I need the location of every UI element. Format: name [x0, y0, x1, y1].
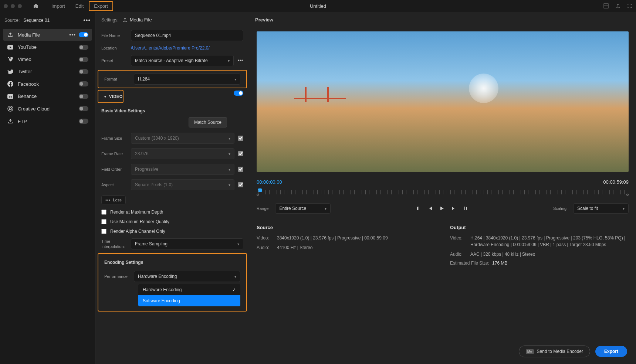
- media-file-settings-icon: [122, 17, 128, 23]
- performance-label: Performance: [104, 274, 134, 279]
- home-icon[interactable]: [33, 3, 39, 9]
- field-order-select[interactable]: Progressive: [131, 164, 234, 175]
- zoom-dot[interactable]: [18, 4, 22, 8]
- max-quality-label: Use Maximum Render Quality: [110, 219, 169, 224]
- play-icon[interactable]: [439, 206, 444, 211]
- aspect-lock-checkbox[interactable]: [238, 182, 243, 187]
- preset-options-icon[interactable]: •••: [237, 58, 243, 63]
- src-audio-info: 44100 Hz | Stereo: [277, 244, 435, 251]
- preview-video-frame[interactable]: [257, 31, 629, 172]
- svg-point-6: [8, 106, 13, 111]
- out-point-handle[interactable]: [626, 194, 629, 196]
- timeline-scrubber[interactable]: [257, 188, 629, 196]
- timecode-current[interactable]: 00:00:00:00: [257, 179, 282, 185]
- performance-dropdown[interactable]: Hardware Encoding✓ Software Encoding: [138, 284, 240, 306]
- svg-rect-0: [604, 4, 608, 8]
- tab-import[interactable]: Import: [46, 1, 70, 11]
- send-to-encoder-button[interactable]: MeSend to Media Encoder: [519, 346, 590, 357]
- destination-toggle[interactable]: [79, 81, 88, 86]
- alpha-only-checkbox[interactable]: [101, 229, 106, 234]
- max-depth-checkbox[interactable]: [101, 210, 106, 215]
- vimeo-icon: [7, 57, 14, 62]
- destination-behance[interactable]: BēBehance: [3, 91, 92, 102]
- share-icon[interactable]: [615, 3, 620, 9]
- destination-creative-cloud[interactable]: Creative Cloud: [3, 103, 92, 115]
- settings-target: Media File: [130, 17, 152, 23]
- media-encoder-icon: Me: [526, 349, 534, 354]
- performance-option-software[interactable]: Software Encoding: [138, 295, 240, 306]
- close-dot[interactable]: [4, 4, 8, 8]
- time-interpolation-select[interactable]: Frame Sampling: [131, 238, 243, 249]
- range-select[interactable]: Entire Source: [275, 203, 331, 214]
- est-size-label: Estimated File Size:: [450, 261, 489, 266]
- youtube-icon: [7, 45, 14, 50]
- destination-vimeo[interactable]: Vimeo: [3, 54, 92, 65]
- max-quality-checkbox[interactable]: [101, 219, 106, 224]
- destination-toggle[interactable]: [79, 94, 88, 99]
- source-label: Source:: [4, 18, 20, 23]
- frame-rate-lock-checkbox[interactable]: [238, 151, 243, 156]
- destination-youtube[interactable]: YouTube: [3, 41, 92, 53]
- destination-toggle[interactable]: [79, 57, 88, 62]
- mark-in-icon[interactable]: [416, 206, 421, 211]
- minimize-dot[interactable]: [11, 4, 15, 8]
- range-label: Range: [257, 206, 268, 211]
- behance-icon: Bē: [7, 94, 14, 99]
- destination-twitter[interactable]: Twitter: [3, 66, 92, 77]
- field-order-label: Field Order: [101, 167, 131, 171]
- settings-label: Settings:: [101, 17, 119, 23]
- performance-select[interactable]: Hardware Encoding: [134, 271, 240, 282]
- destination-label: Creative Cloud: [18, 106, 79, 112]
- destination-media-file[interactable]: Media File•••: [3, 29, 92, 41]
- frame-size-lock-checkbox[interactable]: [238, 136, 243, 141]
- frame-size-select[interactable]: Custom (3840 x 1920): [131, 133, 234, 144]
- video-section-header[interactable]: ▾ VIDEO: [98, 91, 123, 102]
- video-section-title: VIDEO: [109, 94, 123, 99]
- less-button[interactable]: •••Less: [101, 195, 126, 204]
- frame-rate-select[interactable]: 23.976: [131, 148, 234, 159]
- source-menu-icon[interactable]: •••: [83, 17, 91, 24]
- destination-facebook[interactable]: Facebook: [3, 78, 92, 90]
- step-back-icon[interactable]: [427, 206, 433, 211]
- destination-toggle[interactable]: [79, 69, 88, 74]
- mark-out-icon[interactable]: [463, 206, 467, 211]
- destination-label: FTP: [18, 119, 79, 124]
- file-name-input[interactable]: [131, 30, 243, 41]
- timecode-end: 00:00:59:09: [603, 179, 629, 185]
- performance-option-hardware[interactable]: Hardware Encoding✓: [138, 284, 240, 295]
- destination-toggle[interactable]: [79, 45, 88, 50]
- location-link[interactable]: /Users/...ents/Adobe/Premiere Pro/22.0/: [131, 45, 210, 51]
- field-order-lock-checkbox[interactable]: [238, 167, 243, 172]
- format-label: Format: [104, 77, 134, 81]
- destination-ftp[interactable]: FTP: [3, 115, 92, 127]
- export-button[interactable]: Export: [595, 346, 627, 357]
- aspect-select[interactable]: Square Pixels (1.0): [131, 179, 234, 190]
- step-forward-icon[interactable]: [451, 206, 456, 211]
- fullscreen-icon[interactable]: [627, 3, 632, 9]
- destination-toggle[interactable]: [79, 119, 88, 124]
- out-audio-label: Audio:: [450, 251, 470, 258]
- tab-export[interactable]: Export: [89, 1, 113, 11]
- preset-select[interactable]: Match Source - Adaptive High Bitrate: [131, 55, 234, 66]
- src-audio-label: Audio:: [257, 244, 277, 251]
- video-toggle[interactable]: [234, 91, 243, 96]
- window-controls[interactable]: [4, 4, 22, 8]
- svg-point-7: [9, 108, 11, 110]
- format-select[interactable]: H.264: [134, 74, 240, 85]
- scaling-select[interactable]: Scale to fit: [573, 203, 629, 214]
- destination-label: Vimeo: [18, 57, 79, 62]
- match-source-button[interactable]: Match Source: [189, 117, 227, 127]
- tab-edit[interactable]: Edit: [70, 1, 89, 11]
- in-point-handle[interactable]: [257, 194, 259, 196]
- destination-options-icon[interactable]: •••: [69, 32, 76, 38]
- cc-icon: [7, 106, 14, 112]
- layout-icon[interactable]: [603, 3, 609, 9]
- output-summary-title: Output: [450, 225, 629, 230]
- source-summary-title: Source: [257, 225, 435, 230]
- aspect-label: Aspect: [101, 183, 131, 187]
- destination-toggle[interactable]: [79, 32, 88, 37]
- encoding-settings-title: Encoding Settings: [98, 256, 246, 269]
- source-name[interactable]: Sequence 01: [23, 18, 50, 23]
- frame-size-label: Frame Size: [101, 136, 131, 140]
- destination-toggle[interactable]: [79, 106, 88, 111]
